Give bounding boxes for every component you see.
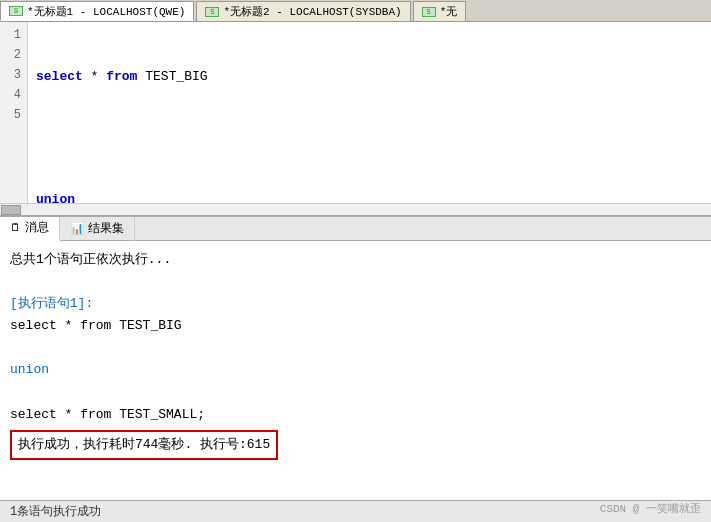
tab-2-label: *无标题2 - LOCALHOST(SYSDBA) [223, 4, 401, 19]
messages-icon: 🗒 [10, 221, 21, 234]
success-text: 执行成功，执行耗时744毫秒. 执行号:615 [10, 430, 278, 460]
csdn-watermark: CSDN @ 一笑嘴就歪 [600, 501, 701, 516]
sql-editor[interactable]: 1 2 3 4 5 select * from TEST_BIG union s… [0, 22, 711, 217]
union-line: union [10, 359, 701, 381]
tab-2[interactable]: S *无标题2 - LOCALHOST(SYSDBA) [196, 1, 410, 21]
footer-text: 1条语句执行成功 [10, 503, 101, 520]
tab-results-label: 结果集 [88, 220, 124, 237]
results-icon: 📊 [70, 222, 84, 235]
line-numbers: 1 2 3 4 5 [0, 22, 28, 215]
bottom-panel: 🗒 消息 📊 结果集 总共1个语句正依次执行... [执行语句1]: selec… [0, 217, 711, 522]
line-num-1: 1 [6, 26, 21, 46]
tab-results[interactable]: 📊 结果集 [60, 217, 135, 241]
tab-1[interactable]: S *无标题1 - LOCALHOST(QWE) [0, 1, 194, 21]
line-num-5: 5 [6, 106, 21, 126]
code-line-1: select * from TEST_BIG [36, 68, 703, 88]
line-num-4: 4 [6, 86, 21, 106]
message-area: 总共1个语句正依次执行... [执行语句1]: select * from TE… [0, 241, 711, 500]
empty-line-3 [10, 382, 701, 404]
tab-icon-2: S [205, 7, 219, 17]
code-area[interactable]: select * from TEST_BIG union select * fr… [28, 22, 711, 215]
success-container: 执行成功，执行耗时744毫秒. 执行号:615 [10, 430, 701, 460]
tab-messages[interactable]: 🗒 消息 [0, 217, 60, 241]
exec-header: [执行语句1]: [10, 293, 701, 315]
horizontal-scrollbar[interactable] [0, 203, 711, 215]
tab-messages-label: 消息 [25, 219, 49, 236]
line-num-3: 3 [6, 66, 21, 86]
tab-bar: S *无标题1 - LOCALHOST(QWE) S *无标题2 - LOCAL… [0, 0, 711, 22]
tab-icon-3: S [422, 7, 436, 17]
query2-line: select * from TEST_SMALL; [10, 404, 701, 426]
status-line: 总共1个语句正依次执行... [10, 249, 701, 271]
line-num-2: 2 [6, 46, 21, 66]
empty-line-2 [10, 337, 701, 359]
keyword-select-1: select [36, 67, 83, 88]
bottom-tab-bar: 🗒 消息 📊 结果集 [0, 217, 711, 241]
tab-3-label: *无 [440, 4, 458, 19]
tab-1-label: *无标题1 - LOCALHOST(QWE) [27, 4, 185, 19]
query1-line: select * from TEST_BIG [10, 315, 701, 337]
scrollbar-thumb[interactable] [1, 205, 21, 215]
empty-line-1 [10, 271, 701, 293]
tab-3[interactable]: S *无 [413, 1, 467, 21]
code-line-2 [36, 129, 703, 149]
keyword-from-1: from [106, 67, 137, 88]
tab-icon-1: S [9, 6, 23, 16]
